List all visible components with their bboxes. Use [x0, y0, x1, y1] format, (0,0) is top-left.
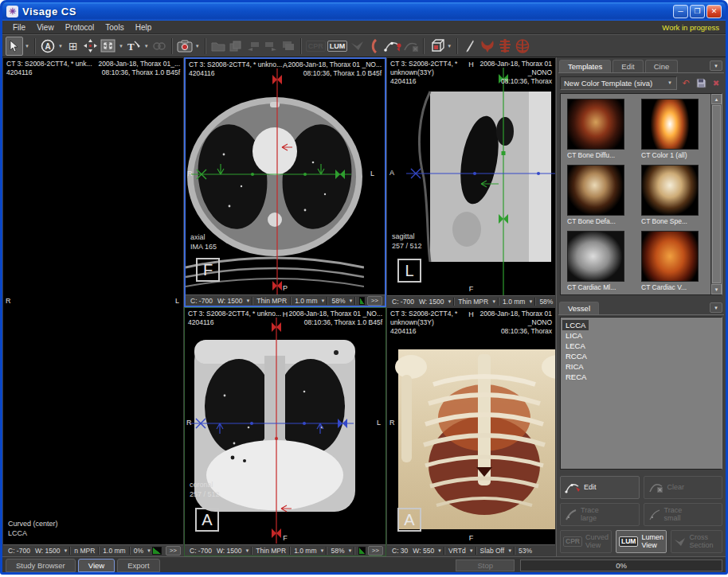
annotation-tool-button[interactable]: A: [39, 37, 57, 56]
slab-thickness[interactable]: 1.0 mm: [100, 547, 127, 555]
scout-nav-icon[interactable]: [359, 297, 364, 305]
more-options-button[interactable]: >>: [367, 296, 382, 306]
window-width[interactable]: W: 1500: [215, 297, 245, 305]
cursor-tool-caret[interactable]: ▼: [23, 44, 31, 49]
windowing-caret[interactable]: ▼: [446, 299, 452, 304]
tab-vessel[interactable]: Vessel: [559, 302, 599, 314]
template-select[interactable]: New Color Template (siva) ▼: [560, 76, 677, 90]
viewport-curved[interactable]: CT 3: S2008-2CTT4, * unk...4204116 2008-…: [2, 57, 184, 556]
windowing-caret[interactable]: ▼: [436, 548, 443, 553]
vessel-collapse-caret[interactable]: ▼: [710, 302, 722, 313]
scout-nav-icon[interactable]: [555, 298, 556, 306]
window-width[interactable]: W: 1500: [33, 547, 63, 555]
volume-3d-tool-caret[interactable]: ▼: [445, 44, 453, 49]
scroll-down-icon[interactable]: ▼: [711, 284, 722, 294]
template-scrollbar[interactable]: ▲ ▼: [710, 94, 722, 294]
mode-caret[interactable]: ▼: [491, 299, 497, 304]
bone-pelvis-button[interactable]: [479, 37, 496, 56]
template-item[interactable]: CT Color 1 (all): [641, 99, 707, 162]
menu-tools[interactable]: Tools: [100, 22, 129, 33]
template-thumbnail[interactable]: [641, 231, 699, 282]
tab-export[interactable]: Export: [117, 559, 159, 572]
zoom-caret[interactable]: ▼: [346, 548, 353, 553]
needle-tool-button[interactable]: [461, 37, 479, 56]
tab-cine[interactable]: Cine: [645, 60, 679, 72]
render-mode[interactable]: Thin MPR: [253, 547, 288, 555]
fit-view-tool-caret[interactable]: ▼: [117, 44, 125, 49]
curve-edit-tool-button[interactable]: [383, 37, 402, 56]
window-center[interactable]: C: -700: [187, 547, 214, 555]
scrollbar-thumb[interactable]: [712, 105, 721, 283]
bone-spine-button[interactable]: [496, 37, 514, 56]
window-center[interactable]: C: -700: [6, 547, 33, 555]
windowing-caret[interactable]: ▼: [62, 548, 68, 553]
zoom-caret[interactable]: ▼: [347, 298, 354, 303]
menu-protocol[interactable]: Protocol: [60, 22, 100, 33]
zoom-caret[interactable]: ▼: [146, 548, 152, 553]
windowing-caret[interactable]: ▼: [244, 548, 250, 553]
fit-view-tool-button[interactable]: [100, 37, 117, 56]
zoom-level[interactable]: 53%: [516, 547, 534, 555]
template-thumbnail[interactable]: [567, 165, 624, 216]
menu-file[interactable]: File: [7, 22, 31, 33]
pan-tool-button[interactable]: [82, 37, 100, 56]
menu-view[interactable]: View: [31, 22, 60, 33]
layout-tool-button[interactable]: ⊞: [65, 37, 82, 56]
vessel-item-rica[interactable]: RICA: [562, 361, 587, 372]
slab-thickness[interactable]: 1.0 mm: [292, 547, 319, 555]
slab-thickness[interactable]: 1.0 mm: [500, 298, 527, 306]
window-width[interactable]: W: 1500: [214, 547, 245, 555]
template-select-caret[interactable]: ▼: [667, 80, 673, 85]
viewport-3d-vrt[interactable]: CT 3: S2008-2CTT4, * unknown(33Y)4204116…: [386, 307, 556, 556]
vessel-item-lcca[interactable]: LCCA: [562, 320, 589, 330]
vessel-item-reca[interactable]: RECA: [562, 372, 589, 382]
volume-3d-tool-button[interactable]: [428, 37, 445, 56]
edit-vessel-button[interactable]: Edit: [560, 476, 640, 499]
tab-view[interactable]: View: [78, 559, 115, 572]
template-thumbnail[interactable]: [641, 99, 699, 150]
template-item[interactable]: CT Cardiac V...: [641, 231, 707, 294]
cursor-tool-button[interactable]: [6, 37, 23, 56]
tab-edit[interactable]: Edit: [613, 60, 643, 72]
vessel-item-rcca[interactable]: RCCA: [562, 351, 590, 361]
lum-toolbar-button[interactable]: LUM: [327, 37, 349, 56]
zoom-level[interactable]: 58%: [329, 297, 347, 305]
template-thumbnail[interactable]: [567, 99, 624, 150]
template-thumbnail[interactable]: [641, 165, 699, 216]
vessel-item-lica[interactable]: LICA: [562, 330, 585, 341]
thickness-caret[interactable]: ▼: [319, 548, 325, 553]
template-item[interactable]: CT Bone Diffu...: [567, 99, 633, 162]
viewport-sagittal[interactable]: CT 3: S2008-2CTT4, * unknown(33Y)4204116…: [386, 57, 556, 307]
snapshot-tool-button[interactable]: [176, 37, 194, 56]
render-mode[interactable]: Thin MPR: [254, 297, 289, 305]
window-center[interactable]: C: -700: [188, 297, 215, 305]
template-item[interactable]: CT Bone Defa...: [567, 165, 633, 228]
thickness-caret[interactable]: ▼: [527, 299, 534, 304]
title-bar[interactable]: ✳ Visage CS ─ ❐ ✕: [2, 2, 726, 21]
viewport-axial[interactable]: CT 3: S2008-2CTT4, * unkno...4204116 200…: [184, 57, 386, 307]
template-item[interactable]: CT Bone Spe...: [641, 165, 707, 228]
text-tool-button[interactable]: T: [125, 37, 143, 56]
slab-setting[interactable]: Slab Off: [478, 547, 507, 555]
thickness-caret[interactable]: ▼: [319, 298, 326, 303]
template-item[interactable]: CT Cardiac Ml...: [567, 231, 633, 294]
zoom-level[interactable]: 58%: [537, 298, 555, 306]
window-center[interactable]: C: -700: [389, 298, 417, 306]
maximize-button[interactable]: ❐: [690, 5, 705, 18]
slab-thickness[interactable]: 1.0 mm: [292, 297, 319, 305]
panel-collapse-caret[interactable]: ▼: [710, 60, 722, 71]
tab-study-browser[interactable]: Study Browser: [6, 559, 76, 572]
more-options-button[interactable]: >>: [166, 546, 181, 556]
windowing-caret[interactable]: ▼: [245, 298, 251, 303]
annotation-tool-caret[interactable]: ▼: [57, 44, 65, 49]
snapshot-tool-caret[interactable]: ▼: [194, 44, 202, 49]
zoom-level[interactable]: 58%: [328, 547, 346, 555]
lumen-view-button[interactable]: LUM LumenView: [616, 530, 667, 553]
revert-template-button[interactable]: ↶: [679, 77, 692, 89]
tab-templates[interactable]: Templates: [559, 60, 611, 72]
slab-caret[interactable]: ▼: [507, 548, 513, 553]
render-mode[interactable]: n MPR: [72, 547, 97, 555]
vessel-item-leca[interactable]: LECA: [562, 341, 589, 351]
window-center[interactable]: C: 30: [389, 547, 410, 555]
scout-nav-icon[interactable]: [358, 547, 365, 555]
